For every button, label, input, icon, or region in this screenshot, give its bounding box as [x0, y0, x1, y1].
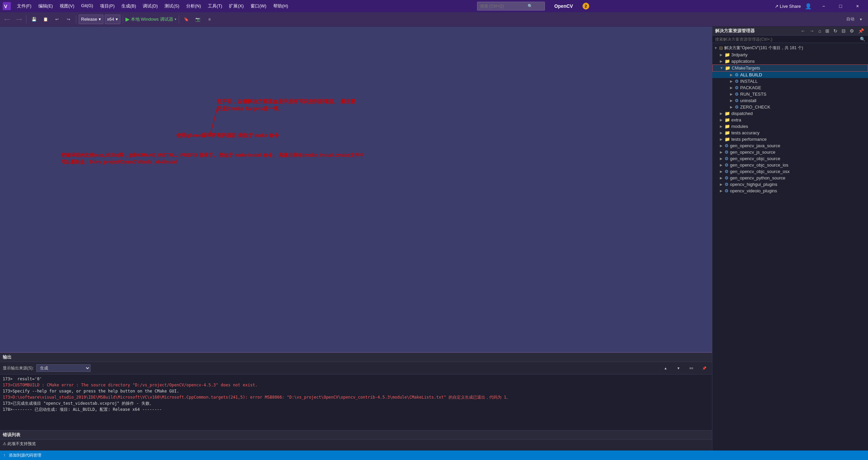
menu-file[interactable]: 文件(F) — [14, 2, 35, 11]
icon-objc-ios: ⚙ — [725, 162, 729, 168]
save-button[interactable]: 💾 — [29, 15, 39, 24]
tree-item-applications[interactable]: ▶ 📁 applications — [712, 58, 868, 64]
output-header: 输出 — [0, 353, 712, 362]
configuration-dropdown[interactable]: Release ▾ — [79, 15, 103, 24]
tree-item-videoio-plugins[interactable]: ▶ ⚙ opencv_videoio_plugins — [712, 188, 868, 194]
undo-button[interactable]: ↩ — [52, 15, 62, 24]
menu-test[interactable]: 测试(S) — [161, 2, 182, 11]
se-settings-button[interactable]: ⚙ — [848, 28, 855, 34]
annotation-2: 使用gl.exe编译所有的项目 类似于 make 命令 — [176, 132, 279, 139]
menu-tools[interactable]: 工具(T) — [204, 2, 226, 11]
output-pin-button[interactable]: 📌 — [699, 363, 709, 373]
arrow-modules: ▶ — [719, 124, 723, 128]
menu-view[interactable]: 视图(V) — [56, 2, 78, 11]
label-package: PACKAGE — [740, 85, 761, 90]
menu-debug[interactable]: 调试(D) — [139, 2, 161, 11]
menu-git[interactable]: Git(G) — [78, 2, 96, 11]
arrow-runtests: ▶ — [729, 92, 733, 96]
output-line-5: 173>已完成生成项目 "opencv_test_videostab.vcxpr… — [3, 400, 709, 406]
label-videoio-plugins: opencv_videoio_plugins — [730, 188, 777, 193]
label-python-source: gen_opencv_python_source — [730, 175, 785, 180]
menu-build[interactable]: 生成(B) — [118, 2, 139, 11]
label-3rdparty: 3rdparty — [731, 52, 748, 57]
profile-icon[interactable]: 👤 — [805, 3, 812, 9]
label-cmaketargets: CMakeTargets — [732, 65, 760, 71]
extra-button[interactable]: ≡ — [204, 15, 215, 24]
add-source-control-label[interactable]: 添加到源代码管理 — [9, 453, 41, 458]
auto-dropdown[interactable]: ▾ — [856, 15, 866, 24]
se-pin-button[interactable]: 📌 — [857, 28, 865, 34]
tree-item-tests-performance[interactable]: ▶ 📁 tests performance — [712, 136, 868, 142]
save-all-button[interactable]: 📋 — [40, 15, 51, 24]
output-clear-button[interactable]: ▲ — [660, 363, 671, 373]
maximize-button[interactable]: □ — [833, 0, 848, 12]
label-uninstall: uninstall — [740, 98, 756, 103]
arrow-package: ▶ — [729, 86, 733, 90]
title-bar-center: 🔍 OpenCV 2 — [477, 2, 589, 11]
notification-badge[interactable]: 2 — [583, 3, 589, 9]
output-line-1: 173> result='0' — [3, 376, 709, 382]
label-objc-source: gen_opencv_objc_source — [730, 156, 780, 161]
arrow-objc-ios: ▶ — [719, 163, 723, 167]
tree-item-zerocheck[interactable]: ▶ ⚙ ZERO_CHECK — [712, 104, 868, 110]
tree-item-runtests[interactable]: ▶ ⚙ RUN_TESTS — [712, 91, 868, 97]
menu-extensions[interactable]: 扩展(X) — [225, 2, 247, 11]
menu-window[interactable]: 窗口(W) — [247, 2, 270, 11]
back-button[interactable]: ⟵ — [2, 15, 12, 24]
tree-item-uninstall[interactable]: ▶ ⚙ uninstall — [712, 97, 868, 104]
redo-button[interactable]: ↪ — [63, 15, 74, 24]
tree-item-package[interactable]: ▶ ⚙ PACKAGE — [712, 84, 868, 91]
tree-item-modules[interactable]: ▶ 📁 modules — [712, 123, 868, 130]
tree-item-python-source[interactable]: ▶ ⚙ gen_opencv_python_source — [712, 175, 868, 181]
tree-solution-root[interactable]: ▼ ⊟ 解决方案"OpenCV"(181 个项目，共 181 个) — [712, 44, 868, 52]
title-bar: V 文件(F) 编辑(E) 视图(V) Git(G) 项目(P) 生成(B) 调… — [0, 0, 868, 12]
screenshot-button[interactable]: 📷 — [193, 15, 203, 24]
live-share-button[interactable]: ↗ Live Share — [775, 4, 801, 9]
tree-item-install[interactable]: ▶ ⚙ INSTALL — [712, 78, 868, 84]
tree-item-allbuild[interactable]: ▶ ⚙ ALL BUILD — [712, 72, 868, 78]
se-search-input[interactable] — [715, 37, 860, 42]
se-collapse-button[interactable]: ⊟ — [840, 28, 847, 34]
close-button[interactable]: × — [850, 0, 865, 12]
source-control-icon: ↑ — [3, 453, 5, 458]
tree-item-3rdparty[interactable]: ▶ 📁 3rdparty — [712, 52, 868, 58]
output-wrap-button[interactable]: ≡≡ — [686, 363, 696, 373]
menu-help[interactable]: 帮助(H) — [270, 2, 292, 11]
bookmarks-button[interactable]: 🔖 — [181, 15, 192, 24]
tree-item-objc-ios[interactable]: ▶ ⚙ gen_opencv_objc_source_ios — [712, 162, 868, 168]
minimize-button[interactable]: − — [816, 0, 831, 12]
output-source-select[interactable]: 生成 — [36, 364, 91, 372]
tree-item-js-source[interactable]: ▶ ⚙ gen_opencv_js_source — [712, 149, 868, 155]
se-home-button[interactable]: ⌂ — [817, 28, 823, 34]
label-runtests: RUN_TESTS — [740, 92, 766, 97]
arrow-dispatched: ▶ — [719, 112, 723, 115]
live-share-icon: ↗ — [775, 4, 778, 9]
separator-3 — [123, 15, 123, 23]
output-scroll-down[interactable]: ▼ — [673, 363, 684, 373]
forward-button[interactable]: ⟶ — [14, 15, 24, 24]
search-box[interactable]: 🔍 — [477, 2, 545, 11]
error-list-content: ⚠ 此项不支持预览 — [0, 440, 712, 448]
tree-item-objc-source[interactable]: ▶ ⚙ gen_opencv_objc_source — [712, 155, 868, 162]
tree-item-java-source[interactable]: ▶ ⚙ gen_opencv_java_source — [712, 142, 868, 149]
se-search-icon: 🔍 — [860, 37, 865, 42]
se-search[interactable]: 🔍 — [712, 36, 868, 43]
tree-item-dispatched[interactable]: ▶ 📁 dispatched — [712, 110, 868, 117]
menu-project[interactable]: 项目(P) — [97, 2, 118, 11]
se-filter-button[interactable]: ⊞ — [824, 28, 831, 34]
annotation-1: 打开后，左侧解决方案里会显示所有可识别到的项目。 最主要的是Cmake Targ… — [217, 98, 359, 112]
menu-edit[interactable]: 编辑(E) — [35, 2, 56, 11]
search-input[interactable] — [480, 4, 528, 8]
tree-item-extra[interactable]: ▶ 📁 extra — [712, 117, 868, 123]
se-back-button[interactable]: ← — [800, 28, 807, 34]
run-button[interactable]: ▶ 本地 Windows 调试器 ▾ — [125, 16, 176, 22]
tree-item-highgui-plugins[interactable]: ▶ ⚙ opencv_highgui_plugins — [712, 181, 868, 188]
menu-analyze[interactable]: 分析(N) — [183, 2, 204, 11]
tree-item-tests-accuracy[interactable]: ▶ 📁 tests accuracy — [712, 130, 868, 136]
tree-item-objc-osx[interactable]: ▶ ⚙ gen_opencv_objc_source_osx — [712, 168, 868, 175]
tree-root-arrow: ▼ — [714, 46, 718, 50]
platform-dropdown[interactable]: x64 ▾ — [105, 15, 120, 24]
se-refresh-button[interactable]: ↻ — [832, 28, 839, 34]
tree-item-cmaketargets[interactable]: ▼ 📁 CMakeTargets — [712, 64, 868, 72]
se-forward-button[interactable]: → — [808, 28, 816, 34]
